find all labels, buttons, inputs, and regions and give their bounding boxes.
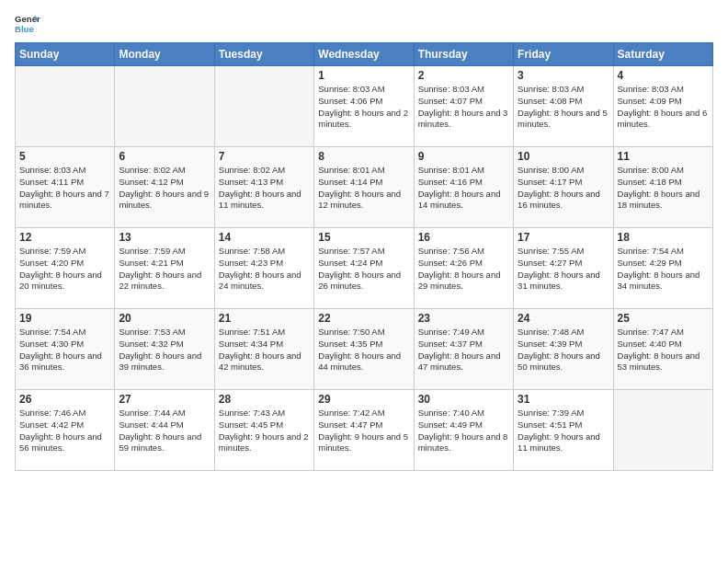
calendar-day-cell: 27Sunrise: 7:44 AM Sunset: 4:44 PM Dayli… (115, 390, 214, 471)
calendar-day-cell: 20Sunrise: 7:53 AM Sunset: 4:32 PM Dayli… (115, 309, 214, 390)
day-number: 19 (19, 312, 110, 325)
calendar-day-cell: 3Sunrise: 8:03 AM Sunset: 4:08 PM Daylig… (514, 66, 613, 147)
calendar-table: SundayMondayTuesdayWednesdayThursdayFrid… (15, 42, 713, 471)
day-info: Sunrise: 8:03 AM Sunset: 4:08 PM Dayligh… (518, 84, 609, 131)
calendar-day-cell: 18Sunrise: 7:54 AM Sunset: 4:29 PM Dayli… (613, 228, 712, 309)
day-info: Sunrise: 7:44 AM Sunset: 4:44 PM Dayligh… (119, 408, 210, 454)
day-info: Sunrise: 7:59 AM Sunset: 4:21 PM Dayligh… (119, 246, 210, 293)
day-number: 20 (119, 312, 210, 325)
calendar-day-cell: 5Sunrise: 8:03 AM Sunset: 4:11 PM Daylig… (16, 147, 115, 228)
calendar-day-cell: 25Sunrise: 7:47 AM Sunset: 4:40 PM Dayli… (613, 309, 712, 390)
calendar-day-cell: 2Sunrise: 8:03 AM Sunset: 4:07 PM Daylig… (414, 66, 513, 147)
day-info: Sunrise: 8:03 AM Sunset: 4:09 PM Dayligh… (618, 84, 709, 131)
day-info: Sunrise: 7:50 AM Sunset: 4:35 PM Dayligh… (318, 327, 409, 373)
day-number: 5 (19, 150, 110, 163)
day-info: Sunrise: 7:56 AM Sunset: 4:26 PM Dayligh… (418, 246, 509, 293)
day-info: Sunrise: 8:00 AM Sunset: 4:17 PM Dayligh… (518, 165, 609, 212)
day-number: 13 (119, 231, 210, 244)
day-info: Sunrise: 8:02 AM Sunset: 4:12 PM Dayligh… (119, 165, 210, 212)
calendar-day-cell: 30Sunrise: 7:40 AM Sunset: 4:49 PM Dayli… (414, 390, 513, 471)
day-info: Sunrise: 7:40 AM Sunset: 4:49 PM Dayligh… (418, 408, 509, 454)
calendar-week-row: 1Sunrise: 8:03 AM Sunset: 4:06 PM Daylig… (16, 66, 713, 147)
day-info: Sunrise: 7:54 AM Sunset: 4:29 PM Dayligh… (618, 246, 709, 293)
calendar-day-cell: 4Sunrise: 8:03 AM Sunset: 4:09 PM Daylig… (613, 66, 712, 147)
day-number: 31 (518, 393, 609, 406)
day-number: 18 (618, 231, 709, 244)
day-number: 15 (318, 231, 409, 244)
day-number: 2 (418, 69, 509, 82)
day-info: Sunrise: 7:47 AM Sunset: 4:40 PM Dayligh… (618, 327, 709, 373)
day-info: Sunrise: 7:59 AM Sunset: 4:20 PM Dayligh… (19, 246, 110, 293)
day-number: 17 (518, 231, 609, 244)
calendar-day-cell (16, 66, 115, 147)
day-info: Sunrise: 7:39 AM Sunset: 4:51 PM Dayligh… (518, 408, 609, 454)
day-number: 26 (19, 393, 110, 406)
day-number: 28 (219, 393, 310, 406)
day-number: 6 (119, 150, 210, 163)
day-number: 9 (418, 150, 509, 163)
day-info: Sunrise: 8:00 AM Sunset: 4:18 PM Dayligh… (618, 165, 709, 212)
calendar-day-cell: 21Sunrise: 7:51 AM Sunset: 4:34 PM Dayli… (214, 309, 313, 390)
weekday-header-wednesday: Wednesday (314, 43, 414, 66)
day-number: 29 (318, 393, 409, 406)
calendar-day-cell: 16Sunrise: 7:56 AM Sunset: 4:26 PM Dayli… (414, 228, 513, 309)
day-info: Sunrise: 8:02 AM Sunset: 4:13 PM Dayligh… (219, 165, 310, 212)
calendar-day-cell: 7Sunrise: 8:02 AM Sunset: 4:13 PM Daylig… (214, 147, 313, 228)
day-info: Sunrise: 7:51 AM Sunset: 4:34 PM Dayligh… (219, 327, 310, 373)
day-info: Sunrise: 7:48 AM Sunset: 4:39 PM Dayligh… (518, 327, 609, 373)
calendar-day-cell: 14Sunrise: 7:58 AM Sunset: 4:23 PM Dayli… (214, 228, 313, 309)
svg-text:Blue: Blue (15, 24, 34, 34)
calendar-day-cell: 12Sunrise: 7:59 AM Sunset: 4:20 PM Dayli… (16, 228, 115, 309)
weekday-header-thursday: Thursday (414, 43, 513, 66)
calendar-week-row: 5Sunrise: 8:03 AM Sunset: 4:11 PM Daylig… (16, 147, 713, 228)
day-number: 4 (618, 69, 709, 82)
calendar-day-cell (115, 66, 214, 147)
logo: General Blue (15, 11, 40, 37)
day-info: Sunrise: 7:46 AM Sunset: 4:42 PM Dayligh… (19, 408, 110, 454)
calendar-week-row: 12Sunrise: 7:59 AM Sunset: 4:20 PM Dayli… (16, 228, 713, 309)
day-number: 16 (418, 231, 509, 244)
day-number: 11 (618, 150, 709, 163)
calendar-day-cell (214, 66, 313, 147)
calendar-day-cell: 22Sunrise: 7:50 AM Sunset: 4:35 PM Dayli… (314, 309, 414, 390)
calendar-day-cell: 11Sunrise: 8:00 AM Sunset: 4:18 PM Dayli… (613, 147, 712, 228)
day-number: 21 (219, 312, 310, 325)
calendar-day-cell: 8Sunrise: 8:01 AM Sunset: 4:14 PM Daylig… (314, 147, 414, 228)
day-info: Sunrise: 8:03 AM Sunset: 4:11 PM Dayligh… (19, 165, 110, 212)
day-number: 27 (119, 393, 210, 406)
day-info: Sunrise: 7:58 AM Sunset: 4:23 PM Dayligh… (219, 246, 310, 293)
calendar-day-cell: 23Sunrise: 7:49 AM Sunset: 4:37 PM Dayli… (414, 309, 513, 390)
logo-icon: General Blue (15, 11, 40, 37)
day-number: 7 (219, 150, 310, 163)
calendar-day-cell: 10Sunrise: 8:00 AM Sunset: 4:17 PM Dayli… (514, 147, 613, 228)
day-info: Sunrise: 7:49 AM Sunset: 4:37 PM Dayligh… (418, 327, 509, 373)
header: General Blue (15, 11, 713, 37)
day-info: Sunrise: 7:55 AM Sunset: 4:27 PM Dayligh… (518, 246, 609, 293)
weekday-header-saturday: Saturday (613, 43, 712, 66)
day-number: 24 (518, 312, 609, 325)
day-info: Sunrise: 8:01 AM Sunset: 4:16 PM Dayligh… (418, 165, 509, 212)
calendar-day-cell: 13Sunrise: 7:59 AM Sunset: 4:21 PM Dayli… (115, 228, 214, 309)
day-info: Sunrise: 8:03 AM Sunset: 4:07 PM Dayligh… (418, 84, 509, 131)
day-number: 12 (19, 231, 110, 244)
calendar-page: General Blue SundayMondayTuesdayWednesda… (0, 0, 728, 563)
day-number: 23 (418, 312, 509, 325)
calendar-day-cell: 31Sunrise: 7:39 AM Sunset: 4:51 PM Dayli… (514, 390, 613, 471)
day-info: Sunrise: 7:53 AM Sunset: 4:32 PM Dayligh… (119, 327, 210, 373)
day-number: 30 (418, 393, 509, 406)
day-info: Sunrise: 7:43 AM Sunset: 4:45 PM Dayligh… (219, 408, 310, 454)
calendar-day-cell: 15Sunrise: 7:57 AM Sunset: 4:24 PM Dayli… (314, 228, 414, 309)
calendar-week-row: 19Sunrise: 7:54 AM Sunset: 4:30 PM Dayli… (16, 309, 713, 390)
day-number: 25 (618, 312, 709, 325)
day-info: Sunrise: 7:57 AM Sunset: 4:24 PM Dayligh… (318, 246, 409, 293)
calendar-day-cell: 29Sunrise: 7:42 AM Sunset: 4:47 PM Dayli… (314, 390, 414, 471)
weekday-header-monday: Monday (115, 43, 214, 66)
day-info: Sunrise: 8:01 AM Sunset: 4:14 PM Dayligh… (318, 165, 409, 212)
calendar-day-cell: 1Sunrise: 8:03 AM Sunset: 4:06 PM Daylig… (314, 66, 414, 147)
weekday-header-sunday: Sunday (16, 43, 115, 66)
calendar-week-row: 26Sunrise: 7:46 AM Sunset: 4:42 PM Dayli… (16, 390, 713, 471)
weekday-header-row: SundayMondayTuesdayWednesdayThursdayFrid… (16, 43, 713, 66)
day-number: 14 (219, 231, 310, 244)
day-number: 3 (518, 69, 609, 82)
calendar-day-cell: 28Sunrise: 7:43 AM Sunset: 4:45 PM Dayli… (214, 390, 313, 471)
